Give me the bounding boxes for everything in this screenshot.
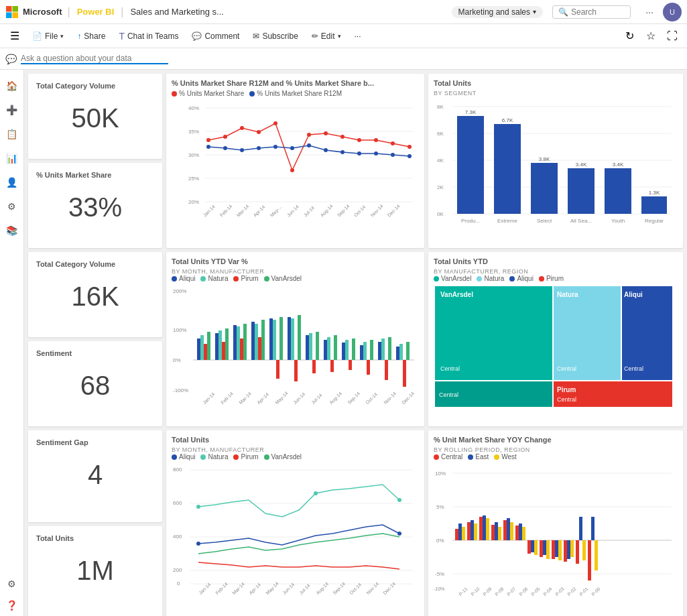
legend-natura-tm: Natura — [477, 275, 504, 282]
legend-label-1: % Units Market Share — [179, 90, 244, 97]
comment-button[interactable]: 💬 Comment — [186, 29, 245, 44]
ellipsis-button[interactable]: ··· — [640, 3, 659, 21]
dot-aliqui — [172, 276, 177, 282]
total-units-segment-card: Total Units BY SEGMENT 8K 6K 4K 2K 0K 7.… — [428, 74, 683, 248]
svg-rect-85 — [197, 338, 200, 360]
svg-rect-198 — [467, 522, 471, 540]
fullscreen-button[interactable]: ⛶ — [663, 27, 682, 46]
line-chart-svg: 40% 35% 30% 25% 20% — [172, 100, 416, 231]
svg-text:3.8K: 3.8K — [539, 156, 550, 162]
svg-text:-100%: -100% — [173, 387, 188, 393]
sidebar-browse[interactable]: 📋 — [1, 123, 23, 145]
svg-point-23 — [357, 138, 361, 142]
leg-aliqui-3: Aliqui — [172, 453, 195, 460]
svg-rect-90 — [218, 330, 222, 360]
svg-text:3.4K: 3.4K — [576, 162, 587, 168]
svg-rect-209 — [510, 522, 513, 540]
svg-text:Sep-14: Sep-14 — [336, 204, 351, 219]
user-avatar[interactable]: U — [663, 3, 682, 21]
hamburger-button[interactable]: ☰ — [5, 27, 24, 46]
svg-text:0%: 0% — [436, 538, 444, 544]
legend-label-2: % Units Market Share R12M — [257, 90, 342, 97]
svg-point-34 — [324, 148, 328, 152]
sidebar-apps[interactable]: ⚙ — [1, 196, 23, 217]
svg-rect-87 — [204, 344, 207, 360]
ytd-treemap-subtitle: BY MANUFACTURER, REGION — [434, 268, 678, 275]
leg-east: East — [468, 453, 489, 460]
sentiment-gap-value: 4 — [36, 460, 154, 490]
svg-rect-62 — [457, 116, 484, 214]
svg-text:Aliqui: Aliqui — [624, 291, 643, 298]
edit-label: Edit — [321, 32, 335, 41]
ms-logo-icon — [5, 5, 19, 19]
report-selector[interactable]: Marketing and sales ▾ — [452, 6, 543, 18]
share-button[interactable]: ↑ Share — [72, 29, 111, 44]
svg-rect-121 — [360, 345, 363, 360]
separator2: | — [121, 6, 123, 18]
total-units-line-card: Total Units BY MONTH, MANUFACTURER Aliqu… — [166, 430, 424, 616]
total-cat-vol-2-card: Total Category Volume 16K — [28, 252, 162, 337]
search-box[interactable]: 🔍 — [552, 5, 631, 19]
share-label: Share — [84, 32, 105, 41]
sidebar-home[interactable]: 🏠 — [1, 75, 23, 97]
edit-button[interactable]: ✏ Edit ▾ — [306, 29, 347, 44]
separator1: | — [68, 6, 70, 18]
svg-point-31 — [273, 145, 277, 149]
qa-input[interactable] — [21, 54, 168, 64]
svg-text:3.4K: 3.4K — [613, 162, 624, 168]
units-market-share-chart-card: % Units Market Share R12M and % Units Ma… — [166, 74, 424, 248]
svg-text:Sep-14: Sep-14 — [347, 391, 361, 406]
svg-rect-89 — [215, 333, 218, 360]
svg-text:200%: 200% — [173, 288, 186, 294]
label-vanarsdel-tm: VanArsdel — [441, 275, 471, 282]
svg-rect-217 — [543, 540, 546, 555]
svg-rect-205 — [495, 522, 498, 540]
svg-text:Mar-14: Mar-14 — [236, 204, 250, 218]
svg-point-30 — [257, 146, 261, 150]
svg-rect-227 — [582, 540, 586, 560]
microsoft-logo[interactable] — [5, 5, 19, 19]
svg-rect-116 — [334, 335, 337, 360]
svg-point-24 — [374, 138, 378, 142]
svg-point-36 — [357, 151, 361, 156]
svg-text:Produ...: Produ... — [461, 218, 480, 224]
refresh-button[interactable]: ↻ — [620, 27, 639, 46]
legend-pirum: Pirum — [233, 275, 258, 282]
sidebar-data[interactable]: 📊 — [1, 147, 23, 169]
sidebar-add[interactable]: ➕ — [1, 99, 23, 121]
total-cat-vol-2-title: Total Category Volume — [36, 260, 154, 268]
more-button[interactable]: ··· — [349, 29, 367, 44]
svg-text:800: 800 — [173, 467, 182, 473]
svg-rect-114 — [327, 337, 330, 360]
svg-rect-111 — [312, 360, 316, 373]
bookmark-button[interactable]: ☆ — [641, 27, 660, 46]
sidebar-person[interactable]: 👤 — [1, 172, 23, 193]
svg-rect-86 — [200, 335, 204, 360]
legend-vanarsdel: VanArsdel — [264, 275, 302, 282]
svg-point-26 — [408, 145, 412, 149]
sidebar-learn[interactable]: 📚 — [1, 220, 23, 241]
svg-rect-88 — [207, 332, 210, 360]
svg-text:25%: 25% — [188, 176, 199, 182]
chat-button[interactable]: T Chat in Teams — [113, 28, 184, 44]
file-button[interactable]: 📄 File ▾ — [27, 29, 69, 44]
dot-vanarsdel-3 — [264, 454, 269, 460]
svg-text:P-01: P-01 — [578, 587, 588, 597]
yoy-subtitle: BY ROLLING PERIOD, REGION — [434, 446, 678, 453]
svg-rect-2 — [6, 12, 12, 18]
svg-text:1.3K: 1.3K — [649, 190, 660, 196]
sidebar-feedback[interactable]: ❓ — [1, 595, 23, 616]
svg-text:Central: Central — [557, 365, 576, 372]
svg-point-172 — [196, 542, 200, 546]
svg-point-32 — [290, 146, 294, 150]
svg-rect-123 — [367, 360, 370, 375]
svg-text:Aug-14: Aug-14 — [328, 391, 343, 406]
top-bar: Microsoft | Power BI | Sales and Marketi… — [0, 0, 687, 24]
search-input[interactable] — [571, 7, 625, 17]
svg-rect-97 — [251, 322, 255, 360]
left-sidebar: 🏠 ➕ 📋 📊 👤 ⚙ 📚 ⚙ ❓ — [0, 70, 24, 616]
svg-rect-3 — [13, 12, 19, 18]
subscribe-button[interactable]: ✉ Subscribe — [247, 29, 303, 44]
leg-pirum-3: Pirum — [233, 453, 258, 460]
sidebar-settings[interactable]: ⚙ — [1, 573, 23, 595]
